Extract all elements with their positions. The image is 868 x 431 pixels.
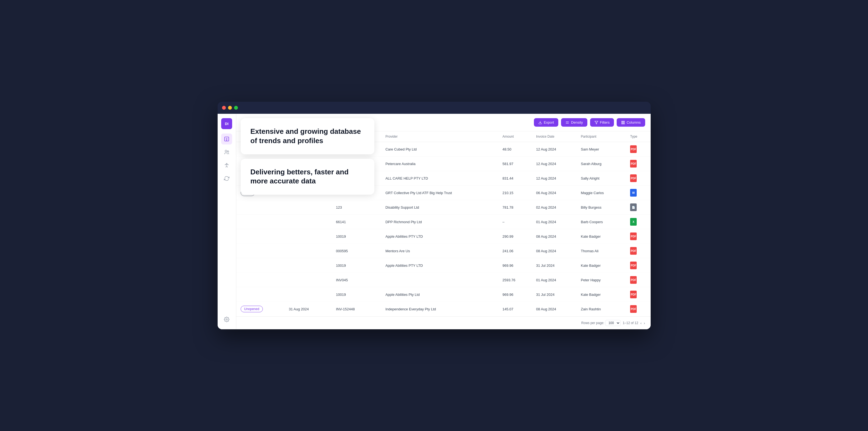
pagination-prev[interactable]: ‹ (641, 321, 642, 325)
sidebar-item-sync[interactable] (221, 173, 232, 184)
cell-date-received (284, 229, 332, 244)
pdf-file-icon[interactable]: PDF (630, 233, 637, 240)
table-row[interactable]: 10019Apple Abilities PTY LTD290.9908 Aug… (236, 229, 651, 244)
pdf-file-icon[interactable]: PDF (630, 247, 637, 255)
titlebar (218, 102, 651, 114)
cell-status (236, 215, 284, 229)
export-icon (538, 121, 542, 124)
cell-provider: Apple Abilities Pty Ltd (381, 287, 498, 302)
cell-type: X (626, 215, 650, 229)
cell-provider: Care Cubed Pty Ltd (381, 142, 498, 157)
svg-rect-15 (624, 121, 625, 124)
svg-point-4 (225, 150, 227, 152)
col-type: Type (626, 131, 650, 142)
cell-invoice-date: 02 Aug 2024 (532, 200, 577, 215)
pdf-file-icon[interactable]: PDF (630, 305, 637, 313)
export-button[interactable]: Export (534, 118, 559, 127)
cell-participant: Sarah Alburg (577, 157, 626, 171)
cell-date-received (284, 215, 332, 229)
cell-amount: – (498, 215, 532, 229)
cell-participant: Peter Happy (577, 273, 626, 287)
pdf-file-icon[interactable]: PDF (630, 174, 637, 182)
cell-participant: Thomas Ali (577, 244, 626, 258)
img-file-icon[interactable]: 📄 (630, 204, 637, 211)
cell-date-received: 31 Aug 2024 (284, 302, 332, 316)
cell-type: PDF (626, 258, 650, 273)
col-participant: Participant (577, 131, 626, 142)
cell-provider: Independence Everyday Pty Ltd (381, 302, 498, 316)
pdf-file-icon[interactable]: PDF (630, 261, 637, 269)
cell-type: PDF (626, 244, 650, 258)
excel-file-icon[interactable]: X (630, 218, 637, 226)
svg-rect-13 (622, 121, 622, 124)
cell-provider: Petercare Australia (381, 157, 498, 171)
cell-invoice-number: 10019 (332, 229, 381, 244)
cell-amount: 145.07 (498, 302, 532, 316)
pdf-file-icon[interactable]: PDF (630, 290, 637, 298)
cell-amount: 2593.76 (498, 273, 532, 287)
cell-participant: Maggie Carlos (577, 186, 626, 200)
cell-participant: Billy Burgess (577, 200, 626, 215)
promo-card-2-heading: Delivering betters, faster and more accu… (250, 167, 365, 186)
promo-card-1-heading: Extensive and growing database of trends… (250, 127, 365, 146)
sidebar-bottom (221, 314, 232, 325)
filters-button[interactable]: Filters (590, 118, 614, 127)
close-button[interactable] (222, 106, 226, 110)
cell-amount: 969.96 (498, 287, 532, 302)
cell-participant: Zain Rashtin (577, 302, 626, 316)
cell-invoice-date: 06 Aug 2024 (532, 186, 577, 200)
cell-type: 📄 (626, 200, 650, 215)
svg-point-3 (226, 140, 227, 141)
sidebar-item-settings[interactable] (221, 314, 232, 325)
minimize-button[interactable] (228, 106, 232, 110)
pagination-info: 1–12 of 12 (623, 321, 638, 325)
cell-provider (381, 273, 498, 287)
sidebar-item-participants[interactable] (221, 147, 232, 158)
cell-amount: 581.97 (498, 157, 532, 171)
cell-invoice-date: 12 Aug 2024 (532, 171, 577, 186)
promo-card-2: Delivering betters, faster and more accu… (241, 159, 374, 195)
table-row[interactable]: 66141DPP Richmond Pty Ltd–01 Aug 2024Bar… (236, 215, 651, 229)
table-row[interactable]: 10019Apple Abilities Pty Ltd969.9631 Jul… (236, 287, 651, 302)
maximize-button[interactable] (234, 106, 238, 110)
rows-per-page-control: Rows per page: 100 50 25 (581, 320, 621, 326)
table-row[interactable]: 10019Apple Abilities PTY LTD969.9631 Jul… (236, 258, 651, 273)
cell-invoice-date: 08 Aug 2024 (532, 244, 577, 258)
sidebar-item-accessibility[interactable] (221, 160, 232, 171)
pagination-next[interactable]: › (644, 321, 645, 325)
cell-amount: 241.06 (498, 244, 532, 258)
table-row[interactable]: INV0452593.7601 Aug 2024Peter HappyPDF (236, 273, 651, 287)
table-row[interactable]: 000595Mentors Are Us241.0608 Aug 2024Tho… (236, 244, 651, 258)
cell-invoice-number: 10019 (332, 287, 381, 302)
sidebar-item-invoice-search[interactable] (221, 133, 232, 145)
cell-invoice-number: 10019 (332, 258, 381, 273)
table-row[interactable]: Unopened31 Aug 2024INV-152448Independenc… (236, 302, 651, 316)
pdf-file-icon[interactable]: PDF (630, 276, 637, 284)
status-badge: Unopened (241, 306, 263, 312)
col-provider: Provider (381, 131, 498, 142)
cell-provider: ALL CARE HELP PTY LTD (381, 171, 498, 186)
pdf-file-icon[interactable]: PDF (630, 160, 637, 167)
cell-date-received (284, 287, 332, 302)
columns-button[interactable]: Columns (617, 118, 645, 127)
col-amount: Amount (498, 131, 532, 142)
table-row[interactable]: 123Disability Support Ltd781.7802 Aug 20… (236, 200, 651, 215)
cell-participant: Kate Badger (577, 287, 626, 302)
cell-invoice-date: 12 Aug 2024 (532, 157, 577, 171)
cell-participant: Kate Badger (577, 229, 626, 244)
pdf-file-icon[interactable]: PDF (630, 145, 637, 153)
sidebar: DI (218, 114, 236, 329)
rows-per-page-select[interactable]: 100 50 25 (606, 320, 621, 326)
density-button[interactable]: Density (561, 118, 587, 127)
cell-amount: 969.96 (498, 258, 532, 273)
cell-date-received (284, 200, 332, 215)
cell-date-received (284, 273, 332, 287)
word-file-icon[interactable]: W (630, 189, 637, 196)
svg-marker-12 (595, 121, 598, 124)
cell-invoice-number: 000595 (332, 244, 381, 258)
cell-amount: 781.78 (498, 200, 532, 215)
cell-provider: DPP Richmond Pty Ltd (381, 215, 498, 229)
cell-invoice-date: 08 Aug 2024 (532, 302, 577, 316)
cell-type: PDF (626, 287, 650, 302)
app-window: DI (218, 102, 651, 329)
